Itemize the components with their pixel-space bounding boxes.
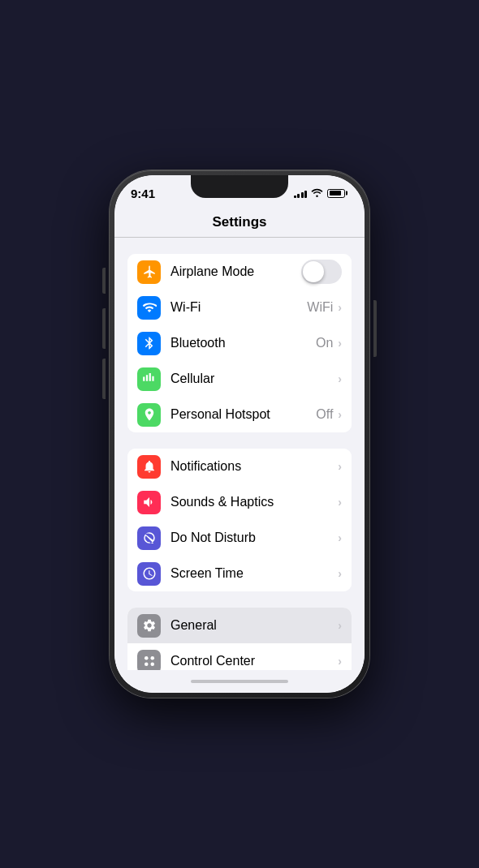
mute-button[interactable] [102, 268, 106, 294]
row-airplane-mode[interactable]: Airplane Mode [127, 254, 352, 290]
hotspot-label: Personal Hotspot [170, 407, 316, 422]
row-sounds[interactable]: Sounds & Haptics › [127, 484, 352, 520]
controlcenter-icon [137, 650, 161, 671]
row-cellular[interactable]: Cellular › [127, 361, 352, 397]
donotdisturb-label: Do Not Disturb [170, 531, 338, 545]
row-wifi[interactable]: Wi-Fi WiFi › [127, 290, 352, 325]
airplane-mode-toggle[interactable] [301, 260, 342, 284]
bluetooth-label: Bluetooth [170, 336, 316, 350]
phone-frame: 9:41 [110, 170, 369, 698]
row-screentime[interactable]: Screen Time › [127, 556, 352, 591]
screentime-chevron-icon: › [338, 567, 342, 580]
toggle-knob [303, 261, 324, 282]
bluetooth-value: On [316, 336, 333, 350]
svg-point-2 [145, 663, 149, 667]
notch [191, 175, 288, 198]
battery-icon [327, 189, 345, 198]
svg-point-3 [150, 663, 154, 667]
general-label: General [170, 618, 338, 633]
airplane-mode-icon [137, 260, 161, 284]
connectivity-list: Airplane Mode Wi-Fi WiFi [127, 254, 352, 432]
notifications-chevron-icon: › [338, 460, 342, 473]
hotspot-chevron-icon: › [338, 408, 342, 421]
status-time: 9:41 [131, 187, 155, 200]
wifi-value: WiFi [307, 300, 333, 315]
volume-down-button[interactable] [102, 359, 106, 399]
wifi-chevron-icon: › [338, 301, 342, 314]
bluetooth-icon [137, 332, 161, 355]
cellular-label: Cellular [170, 372, 338, 386]
signal-bars-icon [294, 188, 308, 198]
page-title: Settings [212, 214, 266, 230]
home-indicator [114, 670, 365, 693]
system-list: General › Control Center › [127, 608, 352, 670]
cellular-chevron-icon: › [338, 372, 342, 385]
row-donotdisturb[interactable]: Do Not Disturb › [127, 520, 352, 556]
notifications-label: Notifications [170, 459, 338, 474]
row-general[interactable]: General › [127, 608, 352, 643]
general-icon [137, 614, 161, 638]
power-button[interactable] [373, 300, 377, 357]
settings-scroll[interactable]: Airplane Mode Wi-Fi WiFi [114, 238, 365, 670]
controlcenter-label: Control Center [170, 654, 338, 668]
svg-point-1 [150, 656, 154, 660]
controlcenter-chevron-icon: › [338, 655, 342, 668]
screentime-icon [137, 562, 161, 586]
wifi-icon [137, 296, 161, 320]
sounds-label: Sounds & Haptics [170, 495, 338, 509]
top-spacer [114, 238, 365, 254]
wifi-label: Wi-Fi [170, 300, 307, 315]
notifications-list: Notifications › Sounds & Haptics › [127, 449, 352, 591]
screentime-label: Screen Time [170, 566, 338, 581]
battery-fill [330, 191, 341, 196]
sounds-chevron-icon: › [338, 496, 342, 509]
home-bar [191, 680, 288, 683]
section-connectivity: Airplane Mode Wi-Fi WiFi [114, 254, 365, 432]
status-icons [294, 187, 346, 200]
phone-inner: 9:41 [114, 175, 365, 693]
nav-header: Settings [114, 211, 365, 238]
svg-point-0 [145, 656, 149, 660]
hotspot-value: Off [316, 407, 333, 422]
donotdisturb-icon [137, 526, 161, 550]
row-notifications[interactable]: Notifications › [127, 449, 352, 484]
cellular-icon [137, 367, 161, 391]
sounds-icon [137, 491, 161, 514]
bluetooth-chevron-icon: › [338, 337, 342, 350]
section-notifications: Notifications › Sounds & Haptics › [114, 449, 365, 591]
row-bluetooth[interactable]: Bluetooth On › [127, 325, 352, 361]
notifications-icon [137, 455, 161, 479]
volume-up-button[interactable] [102, 308, 106, 349]
wifi-status-icon [311, 187, 323, 200]
row-controlcenter[interactable]: Control Center › [127, 643, 352, 670]
donotdisturb-chevron-icon: › [338, 531, 342, 544]
row-hotspot[interactable]: Personal Hotspot Off › [127, 397, 352, 432]
general-chevron-icon: › [338, 619, 342, 632]
status-bar: 9:41 [114, 175, 365, 211]
airplane-mode-label: Airplane Mode [170, 264, 301, 279]
hotspot-icon [137, 403, 161, 427]
screen: 9:41 [114, 175, 365, 693]
section-system: General › Control Center › [114, 608, 365, 670]
